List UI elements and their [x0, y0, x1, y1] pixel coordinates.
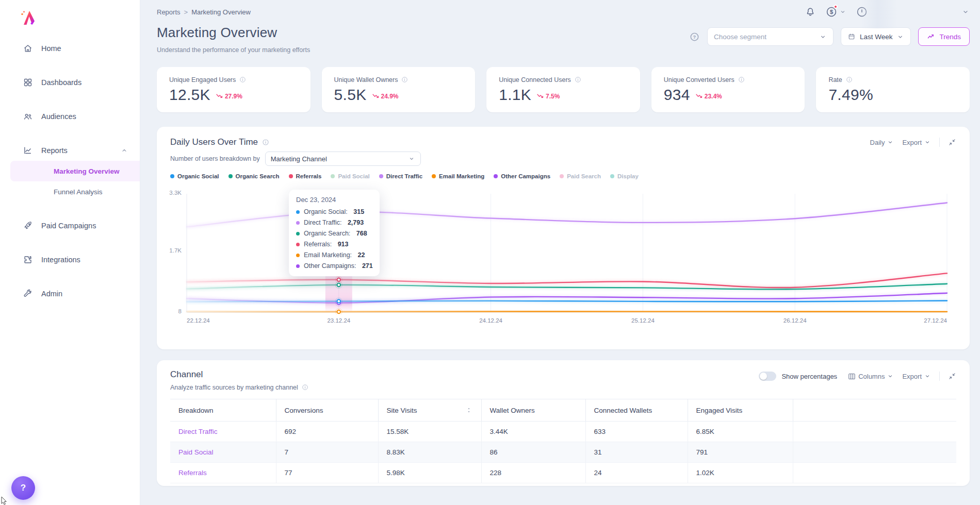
segment-select[interactable]: Choose segment [707, 27, 834, 46]
legend-dot [170, 174, 174, 178]
chevron-down-icon [924, 139, 931, 146]
breakdown-link[interactable]: Paid Social [170, 442, 276, 463]
columns-button[interactable]: Columns [847, 372, 894, 381]
sidebar-item-funnel-analysis[interactable]: Funnel Analysis [10, 181, 140, 202]
column-header-wallet-owners: Wallet Owners [481, 399, 585, 422]
date-range-value: Last Week [860, 33, 893, 41]
header-controls: ? Choose segment Last Week Trends [689, 27, 970, 46]
table-export-button[interactable]: Export [902, 373, 931, 380]
granularity-value: Daily [870, 139, 885, 146]
chevron-down-icon [887, 373, 894, 380]
panel-chevron-icon[interactable] [961, 8, 970, 16]
sidebar-item-marketing-overview[interactable]: Marketing Overview [10, 161, 140, 181]
sidebar-item-paid-campaigns[interactable]: Paid Campaigns [0, 215, 140, 236]
app-logo[interactable] [18, 7, 39, 29]
sidebar-item-home[interactable]: Home [0, 38, 140, 59]
x-tick: 26.12.24 [783, 317, 807, 324]
chevron-down-icon [408, 155, 415, 162]
chart-svg[interactable] [184, 192, 950, 314]
kpi-label: Unique Engaged Users [169, 76, 236, 83]
column-header-empty [793, 399, 956, 422]
granularity-select[interactable]: Daily [870, 139, 894, 146]
chart-export-button[interactable]: Export [902, 139, 931, 146]
table-cell: 86 [481, 442, 585, 463]
legend-item-display[interactable]: Display [610, 173, 639, 179]
info-icon[interactable] [301, 383, 309, 391]
sidebar-item-admin[interactable]: Admin [0, 283, 140, 304]
trend-down-icon [536, 92, 544, 100]
legend-item-paid-search[interactable]: Paid Search [560, 173, 601, 179]
legend-item-direct-traffic[interactable]: Direct Traffic [379, 173, 422, 179]
info-icon[interactable] [574, 76, 582, 83]
breakdown-link[interactable]: Direct Traffic [170, 422, 276, 442]
column-header-site-visits[interactable]: Site Visits [378, 399, 481, 422]
chevron-down-icon [896, 33, 904, 41]
info-icon[interactable] [239, 76, 247, 83]
collapse-icon[interactable] [948, 372, 956, 380]
show-percentages-label: Show percentages [781, 373, 837, 380]
trends-button[interactable]: Trends [918, 27, 970, 46]
paid-campaigns-icon [23, 221, 33, 231]
breakdown-select[interactable]: Marketing Channel [265, 152, 421, 166]
breakdown-link[interactable]: Referrals [170, 463, 276, 483]
info-icon[interactable] [738, 76, 745, 83]
kpi-change: 24.9% [372, 92, 399, 100]
chevron-down-icon [924, 373, 931, 380]
y-tick: 1.7K [169, 247, 182, 254]
reports-icon [23, 145, 33, 156]
legend-item-organic-social[interactable]: Organic Social [170, 173, 219, 179]
topbar: Reports > Marketing Overview $ [157, 5, 970, 19]
x-tick: 25.12.24 [631, 317, 655, 324]
table-cell: 31 [585, 442, 688, 463]
integrations-icon [23, 255, 33, 265]
date-range-select[interactable]: Last Week [841, 27, 911, 46]
table-cell: 77 [276, 463, 378, 483]
column-header-conversions: Conversions [276, 399, 378, 422]
table-cell: 791 [688, 442, 793, 463]
sidebar-item-audiences[interactable]: Audiences [0, 106, 140, 127]
audiences-icon [23, 111, 33, 122]
table-cell: 5.98K [378, 463, 481, 483]
kpi-card-unique-wallet-owners: Unique Wallet Owners5.5K24.9% [322, 67, 476, 112]
sidebar-item-dashboards[interactable]: Dashboards [0, 72, 140, 93]
trend-up-icon [927, 32, 935, 41]
sidebar-item-reports[interactable]: Reports [0, 140, 140, 161]
legend-dot [379, 174, 383, 178]
info-icon[interactable] [262, 138, 270, 146]
table-cell: 633 [585, 422, 688, 442]
legend-dot [228, 174, 233, 178]
kpi-value: 5.5K [334, 86, 367, 104]
account-icon[interactable] [856, 6, 868, 18]
sidebar-nav: HomeDashboardsAudiencesReportsMarketing … [0, 0, 140, 304]
home-icon [23, 43, 33, 54]
kpi-change: 27.9% [216, 92, 242, 100]
sidebar-item-integrations[interactable]: Integrations [0, 249, 140, 270]
breakdown-label: Number of users breakdown by [170, 155, 260, 162]
sort-icon[interactable] [465, 406, 473, 414]
info-icon[interactable] [845, 76, 853, 83]
channel-table: BreakdownConversionsSite VisitsWallet Ow… [170, 399, 956, 483]
column-header-engaged-visits: Engaged Visits [688, 399, 793, 422]
help-fab[interactable]: ? [11, 476, 35, 500]
y-tick: 3.3K [169, 190, 182, 196]
table-card: Channel Analyze traffic sources by marke… [157, 360, 970, 486]
show-percentages-toggle[interactable] [759, 372, 776, 381]
kpi-change: 7.5% [536, 92, 560, 100]
bell-icon[interactable] [805, 6, 816, 18]
table-cell [793, 463, 956, 483]
info-icon[interactable] [401, 76, 409, 83]
legend-item-organic-search[interactable]: Organic Search [228, 173, 280, 179]
currency-menu[interactable]: $ [825, 6, 846, 18]
sidebar-item-label: Integrations [41, 256, 80, 264]
legend-item-referrals[interactable]: Referrals [289, 173, 322, 179]
x-tick: 24.12.24 [479, 317, 502, 324]
legend-item-email-marketing[interactable]: Email Marketing [432, 173, 484, 179]
collapse-icon[interactable] [948, 138, 956, 146]
breadcrumb-section[interactable]: Reports [157, 8, 181, 16]
table-cell [793, 442, 956, 463]
table-row-referrals: Referrals775.98K228241.02K [170, 463, 956, 483]
legend-item-paid-social[interactable]: Paid Social [331, 173, 369, 179]
table-cell: 6.85K [688, 422, 793, 442]
help-circle-icon[interactable]: ? [689, 31, 700, 42]
legend-item-other-campaigns[interactable]: Other Campaigns [494, 173, 550, 179]
